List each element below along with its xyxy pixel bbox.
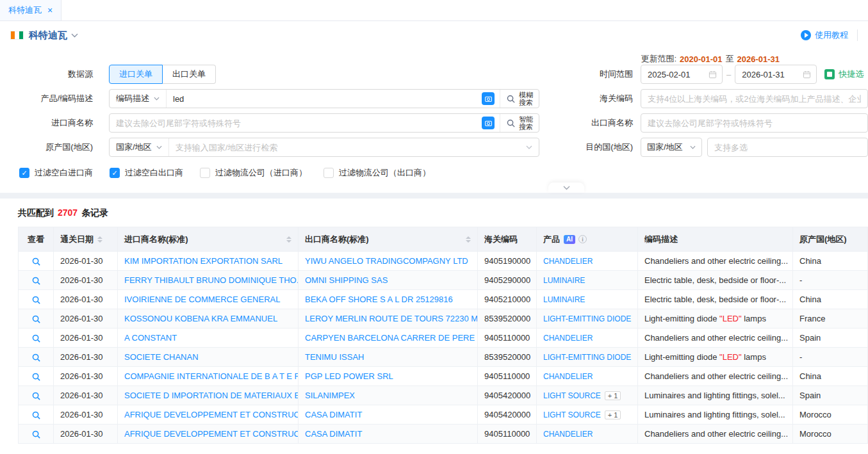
- sort-icon[interactable]: [286, 234, 291, 245]
- filter-checkbox[interactable]: ✓过滤空白出口商: [110, 167, 183, 179]
- view-search-icon[interactable]: [31, 276, 41, 286]
- date-start-input[interactable]: 2025-02-01: [641, 65, 723, 84]
- col-exporter[interactable]: 出口商名称(标准): [299, 227, 478, 252]
- destination-mode-value: 国家/地区: [647, 142, 683, 153]
- view-search-icon[interactable]: [31, 353, 41, 362]
- exporter-link[interactable]: CASA DIMATIT: [305, 410, 362, 419]
- product-link[interactable]: LUMINAIRE: [543, 295, 585, 304]
- importer-link[interactable]: A CONSTANT: [124, 333, 177, 343]
- exporter-link[interactable]: TENIMU ISSAH: [305, 352, 364, 362]
- col-date[interactable]: 通关日期: [54, 227, 118, 252]
- product-input[interactable]: [167, 90, 482, 108]
- product-link[interactable]: LIGHT SOURCE: [543, 391, 601, 400]
- exporter-link[interactable]: BEKA OFF SHORE S A L DR 25129816: [305, 295, 453, 304]
- datasource-export-tab[interactable]: 出口关单: [163, 65, 216, 84]
- destination-mode-select[interactable]: 国家/地区: [641, 138, 702, 157]
- importer-input[interactable]: [110, 114, 482, 132]
- tutorial-link[interactable]: 使用教程: [801, 29, 848, 41]
- hs-code-input[interactable]: [641, 89, 868, 108]
- importer-link[interactable]: SOCIETE D IMPORTATION DE MATERIAUX E...: [124, 391, 299, 400]
- origin-input[interactable]: [169, 138, 526, 156]
- importer-link[interactable]: FERRY THIBAULT BRUNO DOMINIQUE THO...: [124, 275, 299, 285]
- hs-code-cell: 8539520000: [478, 348, 537, 367]
- fuzzy-search-button[interactable]: 模糊 搜索: [500, 90, 539, 108]
- exporter-link[interactable]: OMNI SHIPPING SAS: [305, 275, 388, 285]
- view-search-icon[interactable]: [31, 430, 41, 439]
- product-link[interactable]: CHANDELIER: [543, 430, 593, 439]
- exporter-link[interactable]: SILANIMPEX: [305, 391, 355, 400]
- product-link[interactable]: CHANDELIER: [543, 372, 593, 381]
- importer-link[interactable]: SOCIETE CHANAN: [124, 352, 199, 362]
- importer-link[interactable]: IVOIRIENNE DE COMMERCE GENERAL: [124, 295, 280, 304]
- product-link[interactable]: LUMINAIRE: [543, 276, 585, 285]
- product-more-badge[interactable]: + 1: [605, 410, 621, 419]
- checkbox-checked-icon[interactable]: ✓: [19, 168, 29, 178]
- view-search-icon[interactable]: [31, 391, 41, 401]
- importer-link[interactable]: KIM IMPORTATION EXPORTATION SARL: [124, 256, 283, 266]
- product-link[interactable]: CHANDELIER: [543, 334, 593, 343]
- chevron-down-icon[interactable]: [71, 33, 78, 38]
- col-importer[interactable]: 进口商名称(标准): [118, 227, 299, 252]
- origin-mode-select[interactable]: 国家/地区: [110, 138, 169, 156]
- col-desc: 编码描述: [638, 227, 793, 252]
- product-link[interactable]: LIGHT-EMITTING DIODE: [543, 353, 631, 362]
- exporter-link[interactable]: LEROY MERLIN ROUTE DE TOURS 72230 M: [305, 314, 478, 323]
- exporter-link[interactable]: PGP LED POWER SRL: [305, 371, 393, 381]
- product-cell: CHANDELIER: [537, 252, 638, 271]
- filter-checkbox[interactable]: 过滤物流公司（进口商）: [200, 167, 307, 179]
- view-search-icon[interactable]: [31, 372, 41, 382]
- tab-cote-divoire[interactable]: 科特迪瓦 ×: [0, 0, 61, 20]
- destination-input[interactable]: [707, 138, 868, 157]
- view-search-icon[interactable]: [31, 257, 41, 266]
- view-cell: [19, 386, 54, 405]
- collapse-toggle[interactable]: [548, 182, 584, 193]
- importer-link[interactable]: KOSSONOU KOBENA KRA EMMANUEL: [124, 314, 277, 323]
- product-mode-select[interactable]: 编码描述: [110, 90, 167, 108]
- view-search-icon[interactable]: [31, 334, 41, 343]
- sort-icon[interactable]: [466, 234, 471, 245]
- importer-link[interactable]: AFRIQUE DEVELOPPEMENT ET CONSTRUCT...: [124, 410, 299, 419]
- chevron-down-icon[interactable]: [526, 145, 539, 149]
- checkbox-unchecked-icon[interactable]: [323, 168, 334, 178]
- date-cell: 2026-01-30: [54, 252, 118, 271]
- checkbox-checked-icon[interactable]: ✓: [110, 168, 120, 178]
- product-link[interactable]: CHANDELIER: [543, 257, 593, 266]
- desc-cell: Chandeliers and other electric ceiling..…: [638, 252, 793, 271]
- date-end-input[interactable]: 2026-01-31: [735, 65, 817, 84]
- importer-link[interactable]: COMPAGNIE INTERNATIONALE DE B A T E R: [124, 371, 299, 381]
- smart-search-button[interactable]: 智能 搜索: [500, 114, 539, 132]
- datasource-import-tab[interactable]: 进口关单: [109, 65, 163, 84]
- view-search-icon[interactable]: [31, 410, 41, 420]
- filter-checkbox[interactable]: ✓过滤空白进口商: [19, 167, 93, 179]
- filter-row-origin: 原产国(地区) 国家/地区 目的国(地区) 国家/地区: [0, 138, 868, 157]
- exporter-link[interactable]: CASA DIMATIT: [305, 429, 362, 439]
- product-link[interactable]: LIGHT SOURCE: [543, 410, 601, 419]
- exporter-link[interactable]: YIWU ANGELO TRADINGCOMPAGNY LTD: [305, 256, 468, 266]
- view-cell: [19, 425, 54, 444]
- image-search-icon[interactable]: [482, 92, 495, 105]
- exporter-link[interactable]: CARPYEN BARCELONA CARRER DE PERE IV: [305, 333, 478, 343]
- close-icon[interactable]: ×: [47, 6, 53, 15]
- product-label: 产品/编码描述: [0, 93, 109, 104]
- table-row: 2026-01-30AFRIQUE DEVELOPPEMENT ET CONST…: [19, 425, 868, 444]
- importer-link[interactable]: AFRIQUE DEVELOPPEMENT ET CONSTRUCT...: [124, 429, 299, 439]
- view-search-icon[interactable]: [31, 314, 41, 324]
- smart-search-label-2: 搜索: [519, 123, 533, 131]
- checkbox-unchecked-icon[interactable]: [200, 168, 210, 178]
- filter-row-product: 产品/编码描述 编码描述 模糊 搜索: [0, 89, 868, 108]
- info-icon[interactable]: i: [578, 235, 587, 243]
- led-highlight: "LED": [719, 314, 742, 323]
- exporter-cell: BEKA OFF SHORE S A L DR 25129816: [299, 290, 478, 309]
- origin-cell: Morocco: [793, 425, 868, 444]
- view-search-icon[interactable]: [31, 295, 41, 305]
- product-link[interactable]: LIGHT-EMITTING DIODE: [543, 314, 631, 323]
- date-cell: 2026-01-30: [54, 309, 118, 328]
- filter-checkbox[interactable]: 过滤物流公司（出口商）: [323, 167, 430, 179]
- product-more-badge[interactable]: + 1: [605, 391, 621, 400]
- image-search-icon[interactable]: [482, 117, 495, 129]
- sort-icon[interactable]: [97, 234, 102, 245]
- exporter-cell: TENIMU ISSAH: [299, 348, 478, 367]
- quick-select-button[interactable]: 快捷选: [824, 69, 864, 80]
- desc-cell: Luminaires and lighting fittings, solel.…: [638, 405, 793, 425]
- exporter-input[interactable]: [641, 113, 868, 133]
